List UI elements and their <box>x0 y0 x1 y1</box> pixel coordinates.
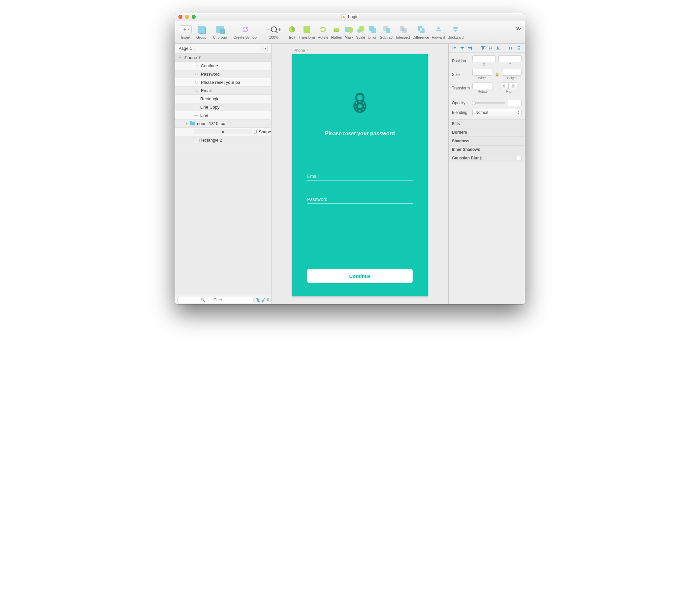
svg-point-26 <box>359 101 360 102</box>
edit-button[interactable]: Edit <box>287 24 297 39</box>
scale-icon <box>357 25 365 33</box>
layer-item[interactable]: Shape <box>175 128 271 136</box>
svg-point-32 <box>356 109 357 110</box>
svg-rect-36 <box>454 49 455 49</box>
opacity-input[interactable] <box>508 100 522 106</box>
mask-button[interactable]: Mask <box>343 24 355 39</box>
svg-rect-37 <box>462 47 462 50</box>
rotate-input[interactable] <box>472 82 493 89</box>
flip-h-button[interactable] <box>500 82 509 89</box>
align-left-icon[interactable] <box>452 46 457 50</box>
gaussian-blur-checkbox[interactable] <box>517 156 522 161</box>
layer-item[interactable]: Aa Continue <box>175 62 271 70</box>
svg-rect-46 <box>489 48 492 49</box>
toolbar-overflow[interactable]: ≫ <box>515 25 522 32</box>
artboard-label[interactable]: iPhone 7 <box>292 48 428 54</box>
align-center-v-icon[interactable] <box>488 46 493 50</box>
backward-button[interactable]: Backward <box>446 24 465 39</box>
blending-row: Blending Normal ▴▾ <box>449 109 525 119</box>
filter-badges[interactable]: 0 <box>256 298 269 302</box>
distribute-v-icon[interactable] <box>517 46 521 50</box>
continue-button[interactable]: Continue <box>307 269 413 283</box>
inner-shadows-section[interactable]: Inner Shadows <box>449 145 525 154</box>
difference-button[interactable]: Difference <box>411 24 430 39</box>
blending-select[interactable]: Normal ▴▾ <box>472 109 522 116</box>
width-input[interactable] <box>472 69 492 76</box>
shadows-section[interactable]: Shadows <box>449 137 525 145</box>
layer-item[interactable]: Aa Email <box>175 87 271 95</box>
union-button[interactable]: Union <box>367 24 379 39</box>
layer-artboard[interactable]: iPhone 7 <box>175 53 271 62</box>
zoom-in-icon[interactable]: + <box>278 26 281 32</box>
scale-button[interactable]: Scale <box>355 24 367 39</box>
distribute-h-icon[interactable] <box>509 46 514 50</box>
document-icon: ◆ <box>342 15 346 19</box>
svg-rect-38 <box>460 47 464 48</box>
line-layer-icon <box>194 107 198 107</box>
canvas[interactable]: iPhone 7 Please reset your password Emai… <box>272 44 448 304</box>
disclosure-triangle-icon[interactable] <box>185 122 189 125</box>
svg-rect-17 <box>420 28 422 31</box>
forward-icon <box>434 25 442 33</box>
create-symbol-button[interactable]: Create Symbol <box>230 24 261 39</box>
page-selector[interactable]: Page 1 ⌄ ▾ <box>175 44 271 53</box>
position-y-input[interactable] <box>498 55 522 62</box>
rotate-button[interactable]: Rotate <box>316 24 329 39</box>
svg-rect-52 <box>509 47 510 49</box>
transform-button[interactable]: Transform <box>297 24 316 39</box>
align-center-h-icon[interactable] <box>460 46 465 50</box>
layer-item[interactable]: Rectangle 2 <box>175 136 271 144</box>
svg-rect-39 <box>461 49 463 49</box>
svg-rect-58 <box>504 84 504 88</box>
opacity-row: Opacity <box>449 97 525 109</box>
disclosure-triangle-icon[interactable] <box>194 129 252 134</box>
window-title-text: Login <box>348 14 358 19</box>
svg-rect-34 <box>453 47 453 50</box>
height-input[interactable] <box>502 69 522 76</box>
group-button[interactable]: Group <box>193 24 210 39</box>
insert-button[interactable]: ＋ ▾ Insert <box>178 24 193 39</box>
svg-rect-47 <box>490 47 490 50</box>
inspector-panel: Position X Y Size Width 🔒 Height Transfo… <box>448 44 525 304</box>
svg-point-28 <box>355 105 356 107</box>
layer-item[interactable]: Aa Please reset your pa <box>175 78 271 87</box>
pages-grid-icon[interactable]: ▾ <box>262 46 268 51</box>
intersect-button[interactable]: Intersect <box>395 24 411 39</box>
layer-item[interactable]: Rectangle <box>175 95 271 103</box>
position-x-input[interactable] <box>472 55 496 62</box>
layer-item[interactable]: Line <box>175 111 271 119</box>
subtract-button[interactable]: Subtract <box>379 24 395 39</box>
borders-section[interactable]: Borders <box>449 128 525 137</box>
reset-heading: Please reset your password <box>292 131 428 137</box>
forward-button[interactable]: Forward <box>430 24 446 39</box>
shape-icon <box>254 130 257 134</box>
layer-item[interactable]: Line Copy <box>175 103 271 111</box>
gaussian-blur-section[interactable]: Gaussian Blur ▴▾ <box>449 154 525 162</box>
ungroup-button[interactable]: Ungroup <box>210 24 230 39</box>
layers-list: iPhone 7 Aa Continue Aa Password Aa Plea… <box>175 53 271 295</box>
artboard[interactable]: Please reset your password Email Passwor… <box>292 54 428 296</box>
magnifier-icon <box>271 26 277 32</box>
text-layer-icon: Aa <box>194 80 199 84</box>
zoom-out-icon[interactable]: − <box>267 26 270 32</box>
filter-input[interactable] <box>177 297 254 303</box>
align-right-icon[interactable] <box>468 46 472 50</box>
align-top-icon[interactable] <box>481 46 485 50</box>
email-field[interactable]: Email <box>307 174 413 181</box>
flip-v-button[interactable] <box>509 82 517 89</box>
zoom-control[interactable]: − + 100% <box>265 24 283 39</box>
opacity-slider[interactable] <box>472 102 505 104</box>
svg-rect-9 <box>371 28 376 33</box>
lock-aspect-icon[interactable]: 🔒 <box>495 72 499 77</box>
layer-folder[interactable]: noun_1310_cc <box>175 119 271 128</box>
disclosure-triangle-icon[interactable] <box>178 56 182 59</box>
line-layer-icon <box>194 115 198 116</box>
layer-item[interactable]: Aa Password <box>175 70 271 78</box>
password-field[interactable]: Password <box>307 197 413 203</box>
svg-rect-45 <box>483 47 484 49</box>
size-label: Size <box>452 72 470 77</box>
align-bottom-icon[interactable] <box>496 46 500 50</box>
fills-section[interactable]: Fills <box>449 119 525 128</box>
svg-rect-35 <box>454 47 456 48</box>
flatten-button[interactable]: Flatten <box>329 24 343 39</box>
